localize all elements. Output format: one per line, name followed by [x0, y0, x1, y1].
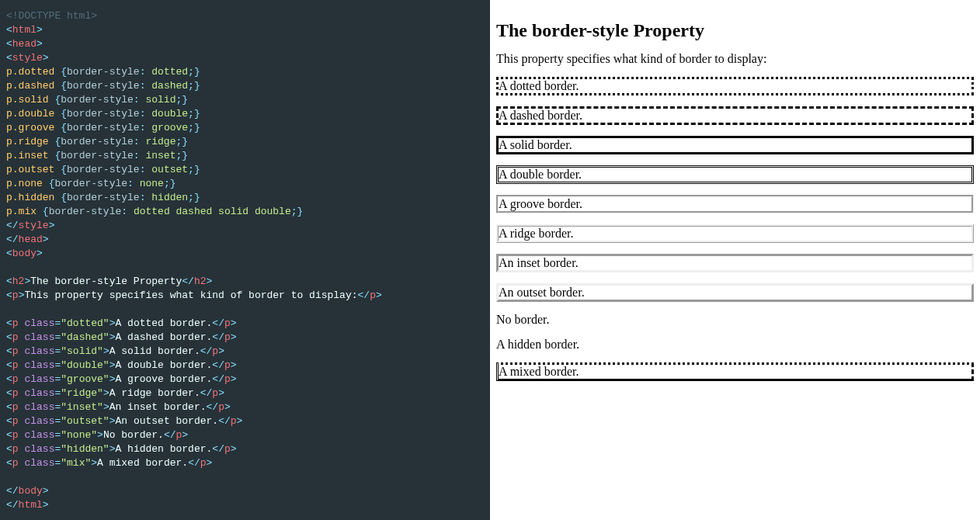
preview-border-item: An inset border. — [496, 254, 974, 272]
preview-border-item: A groove border. — [496, 195, 974, 213]
preview-border-list: A dotted border.A dashed border.A solid … — [496, 77, 974, 381]
preview-intro: This property specifies what kind of bor… — [496, 52, 974, 66]
preview-border-item: A mixed border. — [496, 362, 974, 381]
preview-border-item: No border. — [496, 313, 974, 327]
code-editor-pane[interactable]: <!DOCTYPE html> <html> <head> <style> p.… — [0, 0, 490, 520]
preview-border-item: An outset border. — [496, 283, 974, 302]
preview-border-item: A hidden border. — [496, 338, 974, 352]
preview-pane: The border-style Property This property … — [490, 0, 980, 520]
preview-border-item: A dotted border. — [496, 77, 974, 95]
preview-border-item: A double border. — [496, 165, 974, 184]
preview-border-item: A ridge border. — [496, 224, 974, 243]
preview-border-item: A solid border. — [496, 136, 974, 154]
preview-border-item: A dashed border. — [496, 106, 974, 125]
preview-heading: The border-style Property — [496, 20, 974, 41]
